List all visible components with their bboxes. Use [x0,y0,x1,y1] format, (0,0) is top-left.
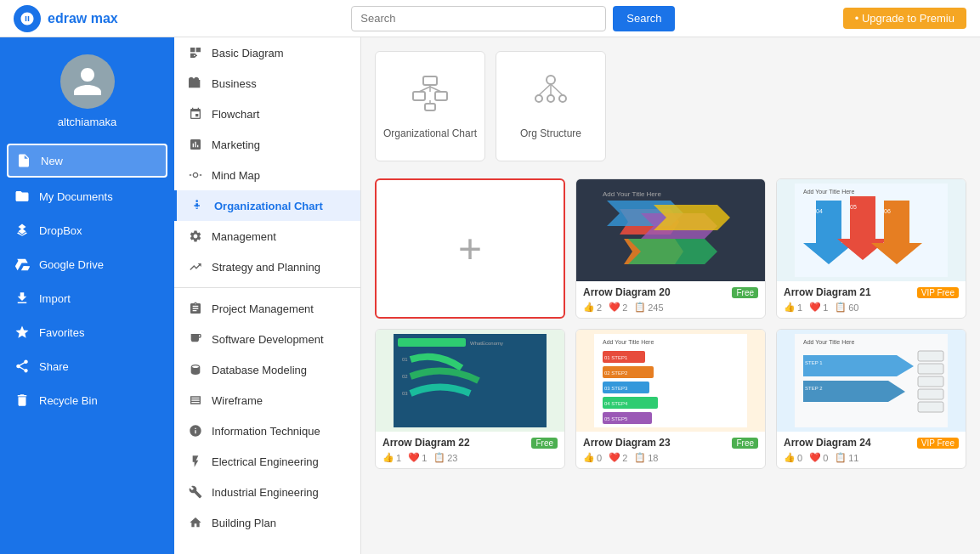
wireframe-icon [188,393,203,408]
svg-text:Add Your Title Here: Add Your Title Here [603,339,654,345]
arrow-diagram-20-stats: 👍 2 ❤️ 2 📋 245 [583,302,758,313]
svg-line-12 [539,84,551,95]
share-icon [14,358,31,375]
new-label: New [41,155,63,167]
copies-stat: 📋 245 [634,302,663,313]
google-drive-label: Google Drive [39,258,104,271]
svg-text:02: 02 [402,374,408,379]
arrow-diagram-24-title: Arrow Diagram 24 [784,437,871,449]
svg-text:STEP 2: STEP 2 [805,386,823,391]
arrow-diagram-22-preview: WhatEconomy 01 02 03 [376,330,564,432]
svg-rect-55 [918,376,943,387]
top-templates-row: Organizational Chart Org Structure [375,51,966,161]
share-label: Share [39,360,69,373]
category-industrial[interactable]: Industrial Engineering [174,477,360,507]
management-icon [188,229,203,244]
category-marketing[interactable]: Marketing [174,129,360,160]
industrial-icon [188,484,203,500]
diagram-grid: + Add Your Title Here [375,178,966,469]
category-building[interactable]: Building Plan [174,507,360,538]
username: altchiamaka [58,116,116,128]
favorites-icon [14,324,31,341]
search-button[interactable]: Search [613,6,675,31]
category-info-tech[interactable]: Information Technique [174,416,360,446]
svg-text:WhatEconomy: WhatEconomy [470,341,503,346]
arrow-diagram-22-title: Arrow Diagram 22 [382,437,470,449]
svg-text:05: 05 [850,204,857,210]
arrow-diagram-24-stats: 👍 0 ❤️ 0 📋 11 [784,452,959,463]
sidebar: altchiamaka New My Documents DropBox [0,37,174,554]
logo: edraw max [14,5,184,32]
svg-rect-1 [413,92,425,100]
sidebar-item-dropbox[interactable]: DropBox [0,213,174,247]
category-strategy[interactable]: Strategy and Planning [174,252,360,282]
arrow-diagram-24-footer: Arrow Diagram 24 VIP Free 👍 0 ❤️ 0 📋 11 [777,432,966,468]
arrow-diagram-23-footer: Arrow Diagram 23 Free 👍 0 ❤️ 2 📋 18 [576,432,765,468]
arrow-diagram-20-footer: Arrow Diagram 20 Free 👍 2 ❤️ 2 📋 245 [576,281,765,318]
sidebar-item-new[interactable]: New [7,144,167,178]
category-management[interactable]: Management [174,221,360,252]
electrical-label: Electrical Engineering [212,455,319,468]
flowchart-icon [188,106,203,122]
svg-rect-31 [394,334,547,427]
org-structure-template-card[interactable]: Org Structure [496,51,606,161]
svg-marker-51 [803,355,914,376]
category-wireframe[interactable]: Wireframe [174,385,360,416]
org-structure-template-label: Org Structure [520,127,581,139]
category-flowchart[interactable]: Flowchart [174,99,360,129]
category-electrical[interactable]: Electrical Engineering [174,446,360,477]
new-blank-card[interactable]: + [375,178,565,319]
software-dev-label: Software Development [212,333,324,346]
main-layout: altchiamaka New My Documents DropBox [0,37,980,554]
management-label: Management [212,230,276,243]
arrow-diagram-23-title: Arrow Diagram 23 [583,437,671,449]
sidebar-item-google-drive[interactable]: Google Drive [0,247,174,281]
svg-rect-32 [398,338,466,347]
search-area: Search [184,6,843,31]
arrow-diagram-22-card[interactable]: WhatEconomy 01 02 03 Arrow Diagram 22 Fr… [375,329,565,469]
dropbox-icon [14,222,31,239]
category-basic-diagram[interactable]: Basic Diagram [174,37,360,68]
google-drive-icon [14,256,31,273]
my-documents-icon [14,188,31,205]
svg-text:05 STEP5: 05 STEP5 [604,416,628,421]
org-chart-template-label: Organizational Chart [383,127,477,139]
arrow-diagram-20-card[interactable]: Add Your Title Here Arrow Diagram 20 Fre… [575,178,766,319]
svg-text:STEP 1: STEP 1 [805,360,823,365]
business-icon [188,76,203,91]
svg-marker-52 [803,381,905,402]
recycle-bin-icon [14,392,31,409]
project-mgmt-label: Project Management [212,302,314,315]
category-database[interactable]: Database Modeling [174,354,360,385]
arrow-diagram-21-title: Arrow Diagram 21 [784,286,871,298]
content-area: Organizational Chart Org Structure [361,37,980,554]
arrow-diagram-24-card[interactable]: Add Your Title Here STEP 1 STEP 2 [776,329,966,469]
svg-rect-3 [425,104,435,110]
svg-point-10 [547,95,554,102]
category-mind-map[interactable]: Mind Map [174,160,360,190]
category-software-dev[interactable]: Software Development [174,324,360,354]
sidebar-item-import[interactable]: Import [0,281,174,315]
arrow-diagram-21-card[interactable]: Add Your Title Here 04 05 06 Arrow Diagr… [776,178,966,319]
category-business[interactable]: Business [174,68,360,99]
sidebar-item-my-documents[interactable]: My Documents [0,179,174,213]
upgrade-button[interactable]: • Upgrade to Premiu [843,8,966,29]
sidebar-item-recycle-bin[interactable]: Recycle Bin [0,383,174,417]
wireframe-label: Wireframe [212,394,263,407]
sidebar-item-share[interactable]: Share [0,349,174,383]
category-project-mgmt[interactable]: Project Management [174,293,360,324]
svg-marker-19 [628,239,717,264]
arrow-diagram-21-badge: VIP Free [917,287,959,298]
import-icon [14,290,31,307]
industrial-label: Industrial Engineering [212,486,319,499]
building-label: Building Plan [212,517,276,529]
arrow-diagram-20-preview: Add Your Title Here [576,179,765,281]
search-input[interactable] [351,6,606,31]
arrow-diagram-23-card[interactable]: Add Your Title Here 01 STEP1 02 STEP2 03… [575,329,766,469]
svg-line-6 [430,87,441,92]
sidebar-item-favorites[interactable]: Favorites [0,315,174,349]
logo-text: edraw max [48,11,118,26]
org-chart-template-icon [410,73,450,121]
org-chart-template-card[interactable]: Organizational Chart [375,51,485,161]
category-org-chart[interactable]: Organizational Chart [174,190,360,221]
